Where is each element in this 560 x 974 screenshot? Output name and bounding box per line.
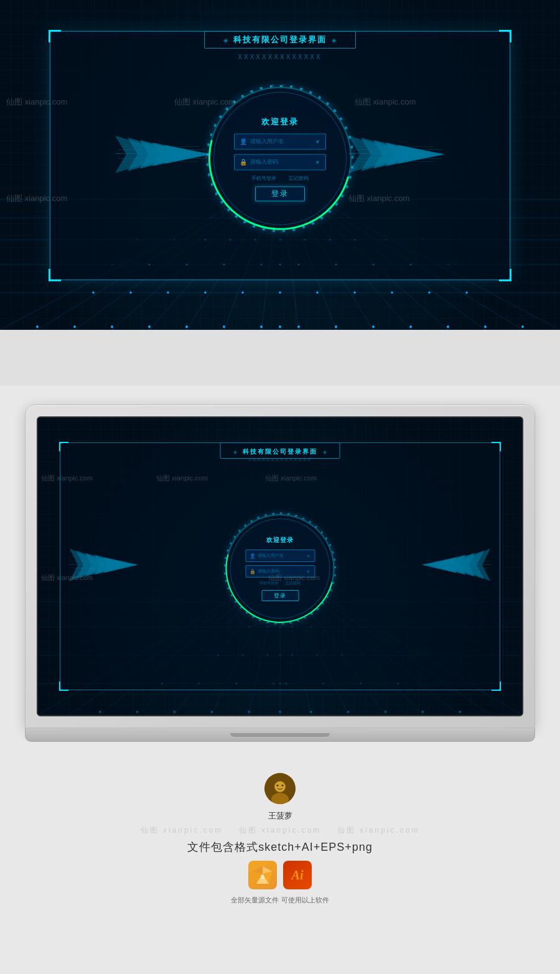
svg-point-85	[447, 325, 449, 328]
svg-point-75	[111, 325, 113, 328]
laptop-notch	[230, 733, 330, 737]
corner-br	[499, 269, 511, 281]
svg-point-186	[277, 785, 279, 787]
laptop-base	[25, 728, 535, 742]
svg-point-160	[279, 711, 281, 713]
screen-form-links: 手机号登录 忘记密码	[259, 581, 301, 586]
screen-xxx-decoration: XXXXXXXXXXXXXX	[248, 457, 312, 462]
sketch-icon-container: S	[248, 861, 277, 889]
svg-marker-102	[348, 136, 411, 173]
laptop-wrapper: 仙图 xianpic.com 仙图 xianpic.com 仙图 xianpic…	[25, 405, 535, 742]
laptop-body: 仙图 xianpic.com 仙图 xianpic.com 仙图 xianpic…	[25, 405, 535, 728]
lock-icon: 🔒	[240, 159, 247, 166]
svg-text:S: S	[261, 874, 264, 880]
svg-rect-104	[355, 149, 442, 150]
svg-point-163	[385, 711, 387, 713]
svg-rect-180	[427, 561, 489, 562]
svg-point-78	[223, 325, 225, 328]
screen-title-text: 科技有限公司登录界面	[243, 448, 317, 455]
svg-point-164	[422, 711, 424, 713]
svg-rect-93	[115, 153, 208, 154]
panel-title-text: 科技有限公司登录界面	[233, 34, 327, 45]
phone-login-link[interactable]: 手机号登录	[251, 174, 276, 181]
svg-rect-94	[118, 149, 205, 150]
svg-rect-179	[423, 564, 490, 565]
password-input[interactable]: 🔒 请输入密码 ▼	[234, 154, 326, 170]
username-placeholder: 请输入用户名	[250, 138, 315, 146]
svg-point-72	[465, 291, 468, 294]
svg-point-84	[409, 325, 412, 328]
svg-point-161	[310, 711, 312, 713]
svg-point-187	[282, 785, 284, 787]
password-placeholder: 请输入密码	[250, 158, 315, 166]
info-section: 王菠萝 仙图 xianpic.com 仙图 xianpic.com 仙图 xia…	[0, 754, 560, 917]
username-input[interactable]: 👤 请输入用户名 ▼	[234, 133, 326, 149]
ai-label: Ai	[292, 868, 304, 883]
svg-point-77	[185, 325, 188, 328]
screen-circle-inner: 欢迎登录 👤 请输入用户名 ▼ 🔒 请输入密码 ▼	[230, 518, 330, 619]
corner-bl	[49, 269, 61, 281]
svg-point-64	[167, 291, 169, 294]
svg-rect-106	[358, 146, 436, 147]
panel-title-bar: ◈ 科技有限公司登录界面 ◈	[204, 31, 356, 49]
svg-point-165	[459, 711, 461, 713]
svg-point-185	[275, 782, 285, 792]
dropdown-arrow-2: ▼	[315, 159, 320, 165]
svg-point-62	[92, 291, 95, 294]
laptop-section: 仙图 xianpic.com 仙图 xianpic.com 仙图 xianpic…	[0, 386, 560, 754]
svg-rect-172	[71, 561, 133, 562]
screen-login-button[interactable]: 登录	[261, 590, 299, 601]
svg-point-87	[521, 325, 524, 328]
wings-right	[348, 133, 445, 179]
svg-point-82	[335, 325, 337, 328]
screen-phone-login[interactable]: 手机号登录	[259, 581, 278, 586]
screen-forgot-password[interactable]: 忘记密码	[286, 581, 301, 586]
welcome-title: 欢迎登录	[261, 116, 299, 127]
svg-point-69	[353, 291, 356, 294]
svg-rect-107	[358, 161, 436, 162]
ai-icon-container: Ai	[283, 861, 312, 889]
screen-wings-left	[70, 548, 138, 585]
software-icons-row: S Ai	[248, 861, 312, 889]
screen-username-placeholder: 请输入用户名	[258, 553, 284, 559]
svg-point-63	[129, 291, 132, 294]
svg-point-156	[136, 711, 139, 713]
svg-point-155	[99, 711, 101, 713]
screen-background: 仙图 xianpic.com 仙图 xianpic.com 仙图 xianpic…	[38, 418, 522, 715]
file-format-info: 文件包含格式sketch+AI+EPS+png	[187, 840, 373, 855]
svg-rect-96	[121, 146, 199, 147]
screen-wings-right	[422, 548, 490, 585]
svg-point-79	[260, 325, 263, 328]
laptop-screen: 仙图 xianpic.com 仙图 xianpic.com 仙图 xianpic…	[37, 416, 523, 716]
svg-point-86	[484, 325, 487, 328]
svg-point-71	[428, 291, 431, 294]
corner-tr	[499, 30, 511, 42]
screen-circle-form: 欢迎登录 👤 请输入用户名 ▼ 🔒 请输入密码 ▼	[226, 514, 335, 623]
screen-welcome-title: 欢迎登录	[266, 536, 294, 545]
svg-point-80	[279, 325, 281, 328]
svg-point-67	[279, 291, 281, 294]
software-note: 全部矢量源文件 可使用以上软件	[231, 896, 329, 905]
screen-password-placeholder: 请输入密码	[258, 568, 279, 574]
svg-point-83	[372, 325, 375, 328]
svg-rect-103	[348, 153, 442, 154]
svg-rect-105	[355, 158, 442, 159]
forgot-password-link[interactable]: 忘记密码	[289, 174, 309, 181]
wings-left	[115, 133, 212, 179]
svg-point-66	[241, 291, 244, 294]
screen-password-input[interactable]: 🔒 请输入密码 ▼	[245, 565, 315, 578]
login-button[interactable]: 登录	[255, 186, 305, 201]
svg-marker-92	[115, 136, 177, 173]
screen-username-input[interactable]: 👤 请输入用户名 ▼	[245, 550, 315, 562]
form-links: 手机号登录 忘记密码	[251, 174, 309, 181]
svg-rect-181	[427, 568, 489, 569]
svg-point-162	[347, 711, 350, 713]
svg-point-76	[148, 325, 151, 328]
circle-login-form: 欢迎登录 👤 请输入用户名 ▼ 🔒 请输入密码 ▼ 手机号登录 忘记密码 登录	[208, 87, 352, 230]
xxx-decoration: XXXXXXXXXXXXXX	[238, 54, 322, 60]
separator	[0, 330, 560, 386]
svg-point-158	[210, 711, 213, 713]
circle-inner: 欢迎登录 👤 请输入用户名 ▼ 🔒 请输入密码 ▼ 手机号登录 忘记密码 登录	[213, 92, 347, 225]
author-name: 王菠萝	[268, 810, 292, 822]
svg-point-74	[73, 325, 76, 328]
